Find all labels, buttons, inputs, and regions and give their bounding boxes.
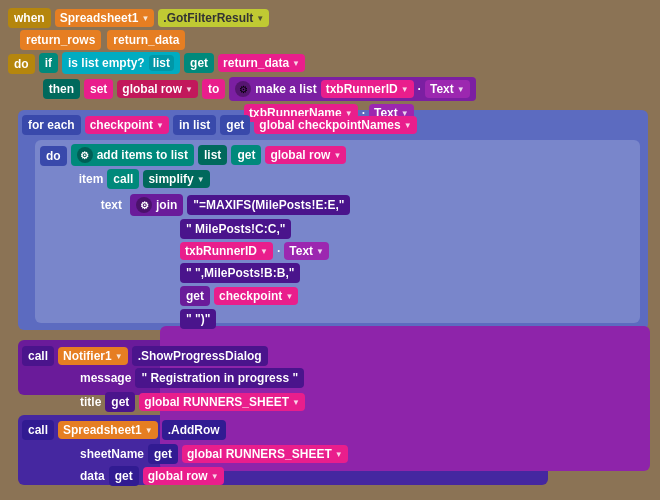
text-label: text [101,198,122,212]
sheetname-label: sheetName [80,447,144,461]
addrow-label: .AddRow [162,420,226,440]
make-a-list-block: ⚙ make a list txbRunnerID ▼ · Text ▼ [229,77,475,101]
global-row-2-dropdown[interactable]: global row ▼ [143,467,224,485]
dropdown-arrow-icon: ▼ [156,121,164,130]
get-runners-sheet: get [105,392,135,412]
string-close-paren: " ")" [180,309,216,329]
dropdown-arrow-icon: ▼ [292,59,300,68]
title-label: title [80,395,101,409]
get-runners-sheet-2: get [148,444,178,464]
to-label: to [202,79,225,99]
dropdown-arrow-icon: ▼ [211,472,219,481]
registration-string: " Registration in progress " [135,368,304,388]
dropdown-arrow-icon: ▼ [401,85,409,94]
show-progress-label: .ShowProgressDialog [132,346,268,366]
global-row-dropdown[interactable]: global row ▼ [117,80,198,98]
gear-icon: ⚙ [77,147,93,163]
do-inner-label: do [40,146,67,166]
dropdown-arrow-icon: ▼ [316,247,324,256]
for-each-label: for each [22,115,81,135]
then-label: then [43,79,80,99]
dropdown-arrow-icon: ▼ [335,450,343,459]
dropdown-arrow-icon: ▼ [197,175,205,184]
get-global-row-2: get [109,466,139,486]
dropdown-arrow-icon: ▼ [145,426,153,435]
global-runners-sheet-2-dropdown[interactable]: global RUNNERS_SHEET ▼ [182,445,348,463]
txbRunnerID-dropdown-2[interactable]: txbRunnerID ▼ [180,242,273,260]
spreadsheet-dropdown[interactable]: Spreadsheet1 ▼ [55,9,155,27]
param-return-data[interactable]: return_data [107,30,185,50]
checkpoint-dropdown[interactable]: checkpoint ▼ [85,116,169,134]
dropdown-arrow-icon: ▼ [404,121,412,130]
string-mileposts-bb: " ",MilePosts!B:B," [180,263,300,283]
global-checkpointnames-dropdown[interactable]: global checkpointNames ▼ [254,116,416,134]
notifier1-dropdown[interactable]: Notifier1 ▼ [58,347,128,365]
is-list-empty-block: is list empty? list [62,52,180,74]
simplify-dropdown[interactable]: simplify ▼ [143,170,209,188]
gear-icon: ⚙ [136,197,152,213]
param-return-rows[interactable]: return_rows [20,30,101,50]
dropdown-arrow-icon: ▼ [333,151,341,160]
join-gear-block: ⚙ join [130,194,183,216]
when-label: when [8,8,51,28]
text-dropdown-3[interactable]: Text ▼ [284,242,329,260]
dropdown-arrow-icon: ▼ [260,247,268,256]
message-label: message [80,371,131,385]
get-label: get [184,53,214,73]
dropdown-arrow-icon: ▼ [185,85,193,94]
global-row-dropdown-inner[interactable]: global row ▼ [265,146,346,164]
checkpoint-dropdown-inner[interactable]: checkpoint ▼ [214,287,298,305]
get-global-row: get [231,145,261,165]
add-items-to-list: ⚙ add items to list [71,144,194,166]
call-simplify: call [107,169,139,189]
spreadsheet2-dropdown[interactable]: Spreadsheet1 ▼ [58,421,158,439]
global-runners-sheet-dropdown[interactable]: global RUNNERS_SHEET ▼ [139,393,305,411]
string-mileposts-cc: " MilePosts!C:C," [180,219,291,239]
set-label: set [84,79,113,99]
return-data-dropdown[interactable]: return_data ▼ [218,54,305,72]
call-addrow-label: call [22,420,54,440]
event-dropdown[interactable]: .GotFilterResult ▼ [158,9,269,27]
data-label: data [80,469,105,483]
dropdown-arrow-icon: ▼ [115,352,123,361]
get-checkpoint-names: get [220,115,250,135]
dropdown-arrow-icon: ▼ [256,14,264,23]
in-list-label: in list [173,115,216,135]
get-checkpoint-block: get [180,286,210,306]
list-label-inner: list [198,145,227,165]
dropdown-arrow-icon: ▼ [292,398,300,407]
if-label: if [39,53,58,73]
dropdown-arrow-icon: ▼ [457,85,465,94]
dropdown-arrow-icon: ▼ [141,14,149,23]
call-notifier-label: call [22,346,54,366]
gear-icon: ⚙ [235,81,251,97]
text-dropdown-1[interactable]: Text ▼ [425,80,470,98]
string-maxifs: "=MAXIFS(MilePosts!E:E," [187,195,350,215]
do-label: do [8,54,35,74]
list-keyword: list [149,55,174,71]
item-label: item [79,172,104,186]
dropdown-arrow-icon: ▼ [285,292,293,301]
txbRunnerID-dropdown[interactable]: txbRunnerID ▼ [321,80,414,98]
